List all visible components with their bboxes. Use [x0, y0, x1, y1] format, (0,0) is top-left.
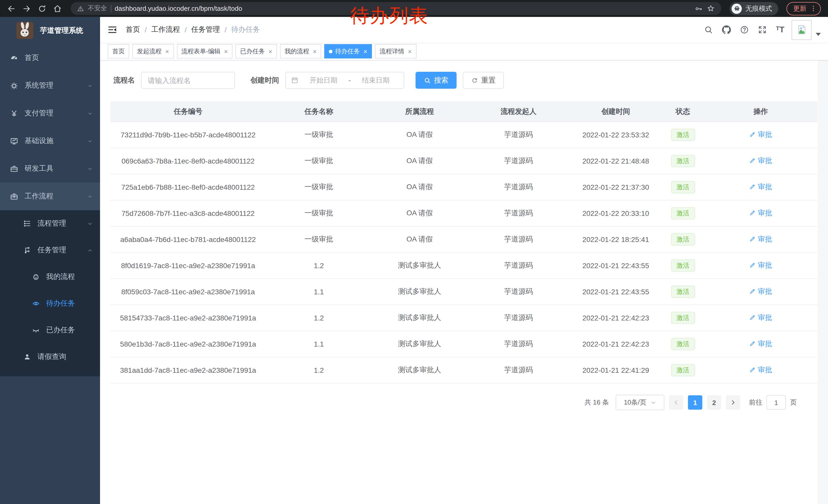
approve-link[interactable]: 审批: [749, 261, 772, 270]
cell-task-id: 75d72608-7b7f-11ec-a3c8-acde48001122: [110, 200, 266, 226]
approve-label: 审批: [758, 366, 772, 375]
cell-task-name: 一级审批: [266, 200, 372, 226]
question-icon[interactable]: [740, 25, 749, 34]
close-icon[interactable]: ×: [224, 48, 228, 55]
jump-page-input[interactable]: [767, 395, 786, 410]
cell-action: 审批: [704, 226, 817, 253]
tab-流程详情[interactable]: 流程详情×: [375, 44, 416, 58]
tab-待办任务[interactable]: 待办任务×: [325, 44, 372, 58]
approve-link[interactable]: 审批: [749, 287, 772, 296]
close-icon[interactable]: ×: [364, 48, 367, 55]
url-divider: [111, 5, 111, 12]
tab-流程表单-编辑[interactable]: 流程表单-编辑×: [177, 44, 233, 58]
edit-pen-icon: [749, 341, 756, 348]
close-icon[interactable]: ×: [408, 48, 412, 55]
fullscreen-icon[interactable]: [758, 25, 767, 34]
browser-menu-icon[interactable]: [810, 5, 817, 12]
tab-首页[interactable]: 首页: [108, 44, 129, 58]
active-tab-dot: [329, 49, 333, 53]
page-button-2[interactable]: 2: [707, 395, 721, 410]
forward-button[interactable]: [20, 2, 33, 15]
next-page-button[interactable]: [726, 395, 740, 410]
approve-link[interactable]: 审批: [749, 339, 772, 349]
tab-已办任务[interactable]: 已办任务×: [236, 44, 277, 58]
sidebar-item-支付管理[interactable]: 支付管理: [0, 99, 100, 127]
cell-create-time: 2022-01-22 23:53:32: [570, 122, 662, 148]
approve-label: 审批: [758, 209, 772, 218]
sidebar-item-任务管理[interactable]: 任务管理: [0, 237, 100, 264]
sidebar-collapse-icon[interactable]: [107, 25, 118, 35]
sidebar-item-基础设施[interactable]: 基础设施: [0, 127, 100, 155]
github-icon[interactable]: [722, 25, 731, 34]
sidebar-item-系统管理[interactable]: 系统管理: [0, 72, 100, 99]
approve-link[interactable]: 审批: [749, 366, 772, 375]
table-row: 75d72608-7b7f-11ec-a3c8-acde48001122一级审批…: [110, 200, 817, 226]
search-icon[interactable]: [704, 25, 713, 34]
sidebar-item-我的流程[interactable]: 我的流程: [0, 264, 100, 290]
home-button[interactable]: [51, 2, 64, 15]
approve-link[interactable]: 审批: [749, 183, 772, 192]
tab-发起流程[interactable]: 发起流程×: [132, 44, 174, 58]
page-button-1[interactable]: 1: [688, 395, 702, 410]
close-icon[interactable]: ×: [165, 48, 169, 55]
status-badge: 激活: [671, 207, 695, 220]
close-icon[interactable]: ×: [313, 48, 317, 55]
start-date-placeholder[interactable]: 开始日期: [301, 76, 346, 85]
app-logo[interactable]: 芋道管理系统: [0, 17, 100, 44]
sidebar-item-待办任务[interactable]: 待办任务: [0, 290, 100, 317]
edit-pen-icon: [749, 288, 756, 295]
key-icon[interactable]: [695, 4, 703, 12]
prev-page-button[interactable]: [669, 395, 683, 410]
table-header-row: 任务编号任务名称所属流程流程发起人创建时间状态操作: [110, 101, 817, 122]
edit-pen-icon: [749, 210, 756, 217]
cell-task-id: 58154733-7ac8-11ec-a9e2-a2380e71991a: [110, 305, 266, 331]
cell-action: 审批: [704, 357, 817, 383]
breadcrumb-item[interactable]: 任务管理: [191, 25, 220, 34]
scrollbar-gutter[interactable]: [818, 60, 828, 504]
page-size-select[interactable]: 10条/页: [616, 395, 664, 410]
sidebar-item-label: 流程管理: [37, 219, 66, 228]
avatar[interactable]: [792, 20, 812, 40]
table-row: 381aa1dd-7ac8-11ec-a9e2-a2380e71991a1.2测…: [110, 357, 817, 383]
avatar-dropdown-caret[interactable]: [816, 33, 821, 36]
sidebar-item-工作流程[interactable]: 工作流程: [0, 183, 100, 210]
breadcrumb-item[interactable]: 首页: [126, 25, 140, 34]
sidebar-item-label: 研发工具: [25, 164, 53, 173]
filter-bar: 流程名 创建时间 开始日期 - 结束日期: [113, 72, 817, 89]
reload-button[interactable]: [36, 2, 48, 15]
star-icon[interactable]: [706, 4, 715, 13]
sidebar-item-流程管理[interactable]: 流程管理: [0, 210, 100, 237]
date-range-picker[interactable]: 开始日期 - 结束日期: [285, 72, 404, 89]
tab-我的流程[interactable]: 我的流程×: [280, 44, 321, 58]
sidebar-item-研发工具[interactable]: 研发工具: [0, 155, 100, 183]
approve-link[interactable]: 审批: [749, 313, 772, 322]
back-button[interactable]: [5, 2, 17, 15]
process-name-input[interactable]: [141, 72, 235, 89]
font-size-icon[interactable]: TT: [776, 25, 784, 34]
sidebar-item-label: 待办任务: [46, 299, 75, 308]
end-date-placeholder[interactable]: 结束日期: [353, 76, 399, 85]
update-button[interactable]: 更新: [786, 2, 821, 15]
breadcrumb-item[interactable]: 工作流程: [151, 25, 180, 34]
reset-button[interactable]: 重置: [463, 72, 504, 89]
warning-icon: [77, 5, 84, 12]
table-row: 8f059c03-7ac8-11ec-a9e2-a2380e71991a1.1测…: [110, 279, 817, 305]
close-icon[interactable]: ×: [268, 48, 272, 55]
approve-link[interactable]: 审批: [749, 209, 772, 218]
sidebar-item-label: 任务管理: [37, 245, 66, 255]
forward-icon: [22, 4, 31, 13]
sidebar-item-label: 工作流程: [25, 192, 53, 201]
sidebar-item-请假查询[interactable]: 请假查询: [0, 343, 100, 370]
search-button[interactable]: 搜索: [416, 72, 457, 89]
approve-link[interactable]: 审批: [749, 156, 772, 166]
approve-link[interactable]: 审批: [749, 235, 772, 244]
sidebar-item-已办任务[interactable]: 已办任务: [0, 317, 100, 343]
sidebar-item-首页[interactable]: 首页: [0, 44, 100, 72]
cell-status: 激活: [662, 331, 704, 357]
table-row: 069c6a63-7b8a-11ec-8ef0-acde48001122一级审批…: [110, 148, 817, 174]
table-row: 73211d9d-7b9b-11ec-b5b7-acde48001122一级审批…: [110, 122, 817, 148]
approve-link[interactable]: 审批: [749, 130, 772, 139]
question-icon: [740, 25, 749, 34]
chevron-down-icon: [87, 221, 93, 226]
security-label[interactable]: 不安全: [88, 4, 107, 13]
